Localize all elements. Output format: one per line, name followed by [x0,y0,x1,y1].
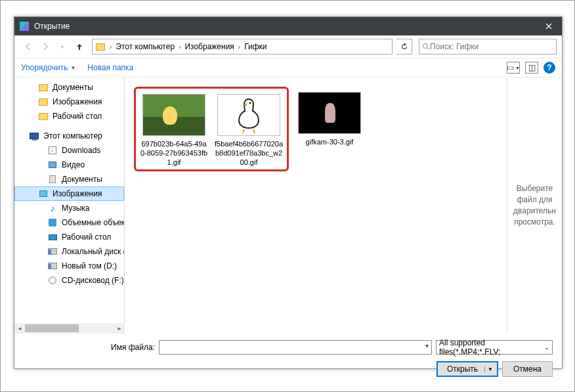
folder-icon [94,40,107,53]
search-box[interactable] [419,39,557,54]
sidebar-label: Документы [62,175,102,184]
address-bar: ▾ › Этот компьютер › Изображения › Гифки [14,35,562,58]
breadcrumb-label: Этот компьютер [116,42,175,51]
help-button[interactable]: ? [543,62,555,74]
cd-icon [47,275,58,286]
open-button[interactable]: Открыть▼ [437,361,498,377]
close-button[interactable] [536,17,562,35]
arrow-left-icon [24,42,33,51]
disk-icon [47,261,58,271]
organize-label: Упорядочить [21,63,68,72]
cancel-button[interactable]: Отмена [502,361,553,377]
sidebar-label: Объемные объекты [62,218,124,227]
scroll-left-button[interactable]: ◄ [14,323,25,334]
scroll-track[interactable] [25,323,114,334]
sidebar-label: Рабочий стол [53,112,102,121]
filter-label: All supported files(*.MP4;*.FLV; [439,338,544,357]
sidebar-item-documents[interactable]: Документы [14,80,124,95]
music-icon: ♪ [47,203,58,213]
dialog-body: Документы Изображения Рабочий стол Этот … [14,77,562,334]
svg-point-1 [249,102,251,104]
sidebar-scrollbar[interactable]: ◄ ► [14,323,125,334]
desktop-icon [47,232,58,242]
new-folder-button[interactable]: Новая папка [87,63,133,72]
sidebar-item-this-pc[interactable]: Этот компьютер [14,129,124,143]
search-icon [422,43,430,51]
chevron-right-icon: › [108,43,113,51]
scroll-right-button[interactable]: ► [114,323,125,334]
nav-buttons: ▾ [20,39,88,54]
recent-button[interactable]: ▾ [54,39,71,54]
sidebar-item-cdrom[interactable]: CD-дисковод (F:) [14,273,124,288]
downloads-icon [47,145,58,156]
refresh-icon [400,43,408,51]
sidebar-label: CD-дисковод (F:) [62,276,124,285]
images-icon [38,188,49,199]
sidebar-item-music[interactable]: ♪Музыка [14,201,124,215]
file-name: f5baef4b6b6677020ab8d091ef78a3bc_w200.gi… [213,140,284,167]
thumbnails-icon: ▭ [507,63,514,72]
file-thumbnail [142,94,205,136]
breadcrumb-images[interactable]: Изображения [182,39,236,54]
help-icon: ? [547,63,551,72]
breadcrumb[interactable]: › Этот компьютер › Изображения › Гифки [92,39,393,54]
chevron-down-icon: ▾ [61,44,64,50]
sidebar-label: Локальный диск (C:) [62,247,124,256]
disk-icon [47,246,58,257]
caret-down-icon: ▼ [515,66,520,70]
forward-button[interactable] [37,39,54,54]
view-mode-button[interactable]: ▭▼ [507,62,520,74]
sidebar-label: Документы [53,83,93,92]
sidebar-label: Музыка [62,204,89,213]
file-list[interactable]: 697b023b-64a5-49a0-8059-27b963453fb1.gif… [125,77,507,334]
sidebar-item-images[interactable]: Изображения [14,95,124,109]
file-dialog: Открытие ▾ › Этот компьютер › Изображени… [14,16,563,369]
sidebar-label: Изображения [53,189,102,198]
filename-input[interactable] [159,340,432,355]
dialog-footer: Имя файла: All supported files(*.MP4;*.F… [14,334,562,386]
file-name: gifkam-30-3.gif [294,138,365,147]
window-title: Открытие [34,22,536,31]
breadcrumb-label: Изображения [184,42,234,51]
pc-icon [29,131,39,141]
sidebar-item-video[interactable]: Видео [14,158,124,172]
sidebar-item-3d[interactable]: Объемные объекты [14,215,124,230]
objects3d-icon [47,217,58,228]
back-button[interactable] [20,39,37,54]
toolbar-right: ▭▼ ◫ ? [507,62,555,74]
chevron-right-icon: › [237,43,242,51]
arrow-up-icon [75,42,84,51]
search-input[interactable] [430,42,553,51]
sidebar-label: Downloads [62,146,100,155]
sidebar-label: Видео [62,160,85,169]
file-type-filter[interactable]: All supported files(*.MP4;*.FLV;⌄ [436,340,553,355]
organize-button[interactable]: Упорядочить▼ [21,63,75,72]
folder-icon [38,111,49,121]
sidebar-item-newvol[interactable]: Новый том (D:) [14,259,124,273]
selection-highlight: 697b023b-64a5-49a0-8059-27b963453fb1.gif… [134,87,289,171]
breadcrumb-pc[interactable]: Этот компьютер [113,39,177,54]
sidebar-item-documents2[interactable]: Документы [14,172,124,186]
sidebar-item-downloads[interactable]: Downloads [14,143,124,158]
refresh-button[interactable] [396,39,412,54]
open-dropdown[interactable]: ▼ [484,366,493,372]
sidebar: Документы Изображения Рабочий стол Этот … [14,77,125,334]
sidebar-item-images2[interactable]: Изображения [14,186,124,201]
filename-row: Имя файла: All supported files(*.MP4;*.F… [24,340,553,355]
file-item[interactable]: gifkam-30-3.gif [294,92,365,147]
sidebar-item-desktop2[interactable]: Рабочий стол [14,230,124,244]
scroll-thumb[interactable] [25,324,79,332]
preview-pane-button[interactable]: ◫ [525,62,538,74]
file-item[interactable]: 697b023b-64a5-49a0-8059-27b963453fb1.gif [138,94,209,167]
file-item[interactable]: f5baef4b6b6677020ab8d091ef78a3bc_w200.gi… [213,94,284,167]
sidebar-item-desktop[interactable]: Рабочий стол [14,109,124,123]
cancel-label: Отмена [513,364,542,374]
preview-icon: ◫ [528,63,536,72]
up-button[interactable] [71,39,88,54]
sidebar-label: Новый том (D:) [62,261,117,271]
breadcrumb-current[interactable]: Гифки [242,39,269,54]
folder-icon [38,97,49,107]
svg-point-0 [423,44,428,49]
new-folder-label: Новая папка [87,63,133,72]
sidebar-item-localdisk[interactable]: Локальный диск (C:) [14,244,124,259]
